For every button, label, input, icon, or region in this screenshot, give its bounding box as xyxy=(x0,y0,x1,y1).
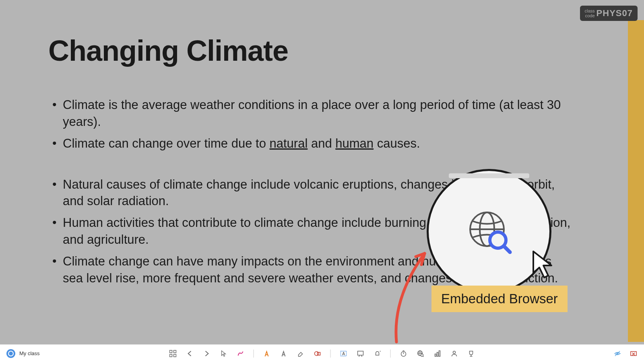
text-box-icon[interactable]: A xyxy=(340,350,348,358)
embedded-browser-icon[interactable] xyxy=(417,350,425,358)
highlighter-orange-icon[interactable] xyxy=(263,350,271,358)
globe-search-icon xyxy=(465,207,513,255)
trophy-icon[interactable] xyxy=(467,350,475,358)
back-arrow-icon[interactable] xyxy=(186,350,194,358)
bullet-text: and xyxy=(308,136,335,150)
svg-point-31 xyxy=(453,351,456,354)
more-tools-icon[interactable]: + xyxy=(374,350,382,358)
bullet-text: Climate is the average weather condition… xyxy=(63,98,561,129)
svg-text:+: + xyxy=(380,350,381,353)
cursor-pointer-icon xyxy=(531,249,559,283)
embedded-browser-label: Embedded Browser xyxy=(431,286,568,312)
shapes-icon[interactable] xyxy=(314,350,322,358)
poll-icon[interactable] xyxy=(433,350,442,358)
svg-rect-29 xyxy=(437,352,438,356)
svg-line-4 xyxy=(504,246,510,252)
svg-rect-7 xyxy=(174,350,176,353)
svg-rect-8 xyxy=(170,354,172,357)
forward-arrow-icon[interactable] xyxy=(203,350,211,358)
pen-tool-icon[interactable] xyxy=(237,350,245,358)
slide-canvas: classcode PHYS07 Changing Climate Climat… xyxy=(0,0,644,344)
bottom-toolbar: My class A xyxy=(0,344,644,362)
svg-rect-16 xyxy=(358,351,363,355)
class-code-badge: classcode PHYS07 xyxy=(580,6,638,21)
svg-point-5 xyxy=(8,351,13,356)
timer-icon[interactable] xyxy=(400,350,408,358)
svg-rect-28 xyxy=(435,354,436,356)
visibility-icon[interactable] xyxy=(613,350,621,358)
grid-view-icon[interactable] xyxy=(169,350,177,358)
app-logo-icon[interactable] xyxy=(6,349,15,358)
zoom-top-shade xyxy=(449,173,529,178)
exit-icon[interactable] xyxy=(630,350,638,358)
pointer-tool-icon[interactable] xyxy=(220,350,228,358)
bullet-item: Climate is the average weather condition… xyxy=(48,97,572,130)
toolbar-left: My class xyxy=(6,349,40,358)
toolbar-separator xyxy=(254,350,254,358)
slide-title: Changing Climate xyxy=(48,34,288,67)
class-code-label: classcode xyxy=(585,8,595,18)
bullet-item: Climate can change over time due to natu… xyxy=(48,135,572,152)
bullet-text: causes. xyxy=(374,136,420,150)
bullet-underline: human xyxy=(335,136,374,150)
toolbar-right xyxy=(613,350,638,358)
toolbar-separator xyxy=(390,350,391,358)
svg-line-35 xyxy=(615,351,620,356)
bullet-underline: natural xyxy=(270,136,308,150)
svg-rect-30 xyxy=(439,351,440,356)
highlighter-gray-icon[interactable] xyxy=(280,350,288,358)
slide-accent-stripe xyxy=(628,20,644,342)
eraser-icon[interactable] xyxy=(297,350,305,358)
svg-line-27 xyxy=(423,356,424,357)
toolbar-separator xyxy=(330,350,331,358)
svg-text:A: A xyxy=(342,352,345,356)
svg-rect-6 xyxy=(170,350,172,353)
svg-rect-9 xyxy=(174,354,176,357)
bullet-text: Climate can change over time due to xyxy=(63,136,270,150)
my-class-label[interactable]: My class xyxy=(19,350,40,356)
whiteboard-icon[interactable] xyxy=(357,350,365,358)
class-code-value: PHYS07 xyxy=(597,8,633,19)
toolbar-center: A + xyxy=(169,350,475,358)
pick-student-icon[interactable] xyxy=(450,350,458,358)
